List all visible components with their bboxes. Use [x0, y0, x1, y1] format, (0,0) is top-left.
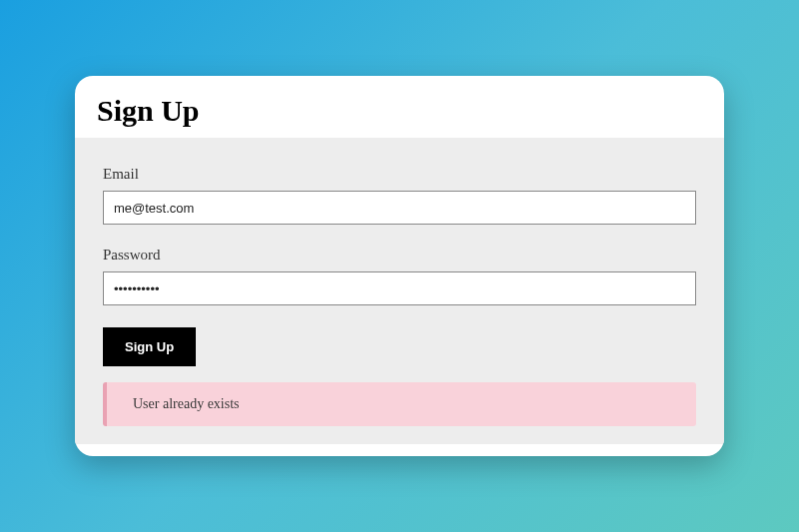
error-alert: User already exists: [103, 382, 696, 426]
error-message: User already exists: [133, 396, 240, 411]
signup-form: Email Password Sign Up User already exis…: [75, 138, 724, 444]
email-label: Email: [103, 166, 696, 183]
email-input[interactable]: [103, 191, 696, 225]
signup-button[interactable]: Sign Up: [103, 327, 196, 366]
page-title: Sign Up: [97, 94, 702, 128]
password-input[interactable]: [103, 271, 696, 305]
signup-card: Sign Up Email Password Sign Up User alre…: [75, 76, 724, 456]
submit-row: Sign Up: [103, 327, 696, 366]
card-header: Sign Up: [75, 76, 724, 138]
password-field-group: Password: [103, 247, 696, 305]
email-field-group: Email: [103, 166, 696, 225]
password-label: Password: [103, 247, 696, 264]
